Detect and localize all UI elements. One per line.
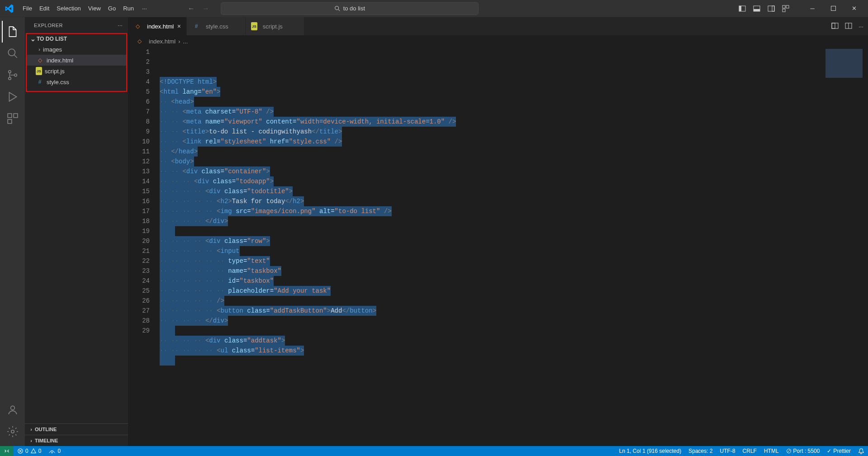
svg-rect-18 (14, 114, 18, 118)
more-actions-icon[interactable]: ··· (859, 23, 863, 30)
svg-rect-8 (783, 5, 785, 8)
activity-bar (0, 17, 25, 446)
js-file-icon: JS (36, 67, 42, 75)
svg-point-0 (335, 6, 338, 10)
file-label: images (43, 46, 62, 53)
layout-sidebar-left-icon[interactable] (735, 1, 749, 16)
svg-line-31 (787, 450, 790, 452)
tab-index-html[interactable]: ◇ index.html × (128, 17, 187, 35)
status-encoding[interactable]: UTF-8 (716, 446, 739, 456)
tab-script-js[interactable]: JS script.js (246, 17, 304, 35)
html-file-icon: ◇ (36, 56, 44, 64)
svg-line-1 (338, 9, 340, 11)
block-icon (786, 448, 792, 454)
svg-point-29 (52, 452, 53, 453)
file-item-index-html[interactable]: ◇ index.html (27, 55, 126, 66)
file-item-script-js[interactable]: JS script.js (27, 66, 126, 76)
layout-sidebar-right-icon[interactable] (764, 1, 778, 16)
svg-rect-11 (831, 6, 835, 11)
menu-file[interactable]: File (19, 2, 36, 14)
chevron-right-icon: › (28, 427, 35, 432)
status-language[interactable]: HTML (760, 446, 783, 456)
tab-label: style.css (206, 23, 228, 30)
minimap[interactable] (825, 49, 863, 78)
timeline-section[interactable]: › TIMELINE (25, 435, 128, 446)
statusbar: 0 0 0 Ln 1, Col 1 (916 selected) Spaces:… (0, 446, 868, 456)
menu-more-icon[interactable]: ··· (138, 2, 152, 14)
chevron-right-icon: › (36, 47, 43, 52)
layout-panel-icon[interactable] (749, 1, 764, 16)
activity-accounts-icon[interactable] (2, 399, 24, 421)
file-item-images[interactable]: › images (27, 44, 126, 55)
tab-style-css[interactable]: # style.css (187, 17, 246, 35)
status-port[interactable]: Port : 5500 (783, 446, 824, 456)
activity-explorer-icon[interactable] (2, 21, 24, 43)
outline-label: OUTLINE (35, 427, 57, 432)
svg-point-16 (14, 74, 16, 76)
vscode-logo-icon (4, 3, 14, 14)
search-text: to do list (343, 5, 365, 12)
sidebar-more-icon[interactable]: ··· (118, 23, 123, 28)
code-area[interactable]: <!DOCTYPE html><html lang="en">·· <head>… (160, 47, 868, 446)
command-center-search[interactable]: to do list (221, 2, 479, 15)
chevron-right-icon: › (28, 438, 35, 443)
tab-label: script.js (263, 23, 283, 30)
preview-icon[interactable] (831, 22, 839, 31)
breadcrumb[interactable]: ◇ index.html › ... (128, 35, 868, 47)
split-editor-icon[interactable] (845, 22, 852, 31)
status-cursor-position[interactable]: Ln 1, Col 1 (916 selected) (616, 446, 685, 456)
activity-settings-icon[interactable] (2, 421, 24, 442)
svg-rect-23 (832, 23, 835, 28)
svg-rect-6 (768, 6, 774, 11)
sidebar: EXPLORER ··· ⌄ TO DO LIST › images ◇ ind… (25, 17, 128, 446)
sidebar-title: EXPLORER (34, 23, 63, 28)
close-icon[interactable]: ✕ (844, 0, 864, 17)
tab-label: index.html (147, 23, 174, 30)
activity-search-icon[interactable] (2, 43, 24, 64)
menu-run[interactable]: Run (119, 2, 138, 14)
file-item-style-css[interactable]: # style.css (27, 76, 126, 87)
folder-name: TO DO LIST (37, 36, 67, 42)
folder-header[interactable]: ⌄ TO DO LIST (27, 34, 126, 44)
activity-source-control-icon[interactable] (2, 64, 24, 86)
svg-rect-17 (8, 114, 12, 118)
menu-edit[interactable]: Edit (36, 2, 53, 14)
status-prettier[interactable]: ✓ Prettier (823, 446, 854, 456)
menu-go[interactable]: Go (104, 2, 119, 14)
svg-rect-10 (783, 9, 785, 12)
breadcrumb-separator: › (178, 38, 180, 45)
breadcrumb-symbol: ... (183, 38, 188, 45)
status-eol[interactable]: CRLF (739, 446, 760, 456)
tab-actions: ··· (827, 17, 868, 35)
breadcrumb-file: index.html (149, 38, 175, 45)
svg-point-14 (8, 71, 10, 73)
nav-forward-icon[interactable]: → (202, 5, 209, 13)
outline-section[interactable]: › OUTLINE (25, 423, 128, 435)
svg-rect-3 (739, 6, 741, 11)
css-file-icon: # (192, 22, 200, 30)
menu-bar: File Edit Selection View Go Run ··· (19, 2, 152, 14)
nav-back-icon[interactable]: ← (188, 5, 195, 13)
status-spaces[interactable]: Spaces: 2 (685, 446, 716, 456)
radio-icon (48, 448, 56, 454)
menu-view[interactable]: View (85, 2, 104, 14)
menu-selection[interactable]: Selection (53, 2, 84, 14)
svg-point-15 (8, 77, 10, 80)
status-radio[interactable]: 0 (45, 446, 64, 456)
search-icon (334, 5, 341, 12)
editor-area: ◇ index.html × # style.css JS script.js … (128, 17, 868, 446)
customize-layout-icon[interactable] (778, 1, 793, 16)
warning-icon (30, 448, 37, 454)
editor-content[interactable]: 1234567891011121314151617181920212223242… (128, 47, 868, 446)
remote-indicator-icon[interactable] (0, 446, 14, 456)
activity-extensions-icon[interactable] (2, 108, 24, 129)
maximize-icon[interactable] (823, 0, 844, 17)
minimize-icon[interactable]: ─ (802, 0, 823, 17)
status-errors[interactable]: 0 0 (14, 446, 45, 456)
activity-run-debug-icon[interactable] (2, 86, 24, 108)
svg-line-13 (14, 55, 17, 58)
tab-close-icon[interactable]: × (177, 23, 181, 30)
line-numbers: 1234567891011121314151617181920212223242… (128, 47, 160, 446)
svg-point-21 (11, 430, 14, 433)
status-notifications-icon[interactable] (854, 446, 868, 456)
